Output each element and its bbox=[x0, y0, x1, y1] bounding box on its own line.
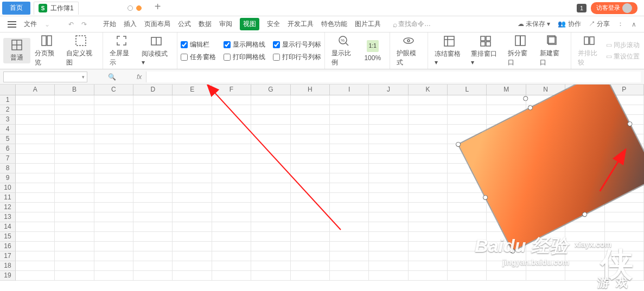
col-header[interactable]: L bbox=[448, 85, 487, 95]
cell[interactable] bbox=[212, 232, 251, 242]
cell[interactable] bbox=[133, 222, 173, 232]
menu-devtools[interactable]: 开发工具 bbox=[288, 20, 314, 29]
cell[interactable] bbox=[330, 154, 369, 164]
cell[interactable] bbox=[369, 183, 408, 193]
cell[interactable] bbox=[251, 154, 290, 164]
cell[interactable] bbox=[448, 251, 487, 261]
menu-review[interactable]: 审阅 bbox=[219, 20, 232, 29]
cell[interactable] bbox=[94, 164, 133, 173]
row-header[interactable]: 10 bbox=[0, 183, 16, 193]
cell[interactable] bbox=[133, 144, 173, 154]
cell[interactable] bbox=[16, 193, 55, 203]
cell[interactable] bbox=[330, 183, 369, 193]
row-header[interactable]: 19 bbox=[0, 271, 16, 281]
cell[interactable] bbox=[369, 222, 408, 232]
cell[interactable] bbox=[55, 271, 94, 281]
cell[interactable] bbox=[55, 173, 94, 183]
cell[interactable] bbox=[94, 193, 133, 203]
row-header[interactable]: 11 bbox=[0, 193, 16, 203]
cell[interactable] bbox=[94, 105, 133, 115]
cell[interactable] bbox=[173, 164, 212, 173]
collapse-ribbon-icon[interactable]: ∧ bbox=[632, 21, 636, 28]
cell[interactable] bbox=[369, 232, 408, 242]
cell[interactable] bbox=[409, 173, 448, 183]
cell[interactable] bbox=[173, 134, 212, 144]
cell[interactable] bbox=[212, 242, 251, 251]
cell[interactable] bbox=[94, 232, 133, 242]
cell[interactable] bbox=[251, 261, 290, 271]
menu-start[interactable]: 开始 bbox=[103, 20, 116, 29]
cell[interactable] bbox=[133, 164, 173, 173]
col-header[interactable]: K bbox=[409, 85, 448, 95]
cell[interactable] bbox=[133, 95, 173, 105]
cell[interactable] bbox=[133, 271, 173, 281]
cell[interactable] bbox=[173, 95, 212, 105]
cell[interactable] bbox=[212, 271, 251, 281]
cell[interactable] bbox=[212, 251, 251, 261]
cell[interactable] bbox=[94, 271, 133, 281]
cell[interactable] bbox=[369, 125, 408, 134]
new-tab-button[interactable]: + bbox=[155, 1, 161, 15]
cell[interactable] bbox=[16, 95, 55, 105]
chk-formula-bar[interactable]: 编辑栏 bbox=[181, 40, 216, 49]
cell[interactable] bbox=[212, 144, 251, 154]
cell[interactable] bbox=[291, 251, 330, 261]
cell[interactable] bbox=[565, 251, 604, 261]
cell[interactable] bbox=[55, 261, 94, 271]
cell[interactable] bbox=[94, 173, 133, 183]
cell[interactable] bbox=[212, 212, 251, 222]
menu-security[interactable]: 安全 bbox=[267, 20, 280, 29]
col-header[interactable]: C bbox=[94, 85, 133, 95]
col-header[interactable]: J bbox=[369, 85, 408, 95]
cell[interactable] bbox=[55, 212, 94, 222]
cell[interactable] bbox=[369, 242, 408, 251]
cell[interactable] bbox=[291, 164, 330, 173]
cell[interactable] bbox=[16, 134, 55, 144]
cell[interactable] bbox=[369, 193, 408, 203]
row-header[interactable]: 2 bbox=[0, 105, 16, 115]
cell[interactable] bbox=[369, 144, 408, 154]
cell[interactable] bbox=[605, 222, 644, 232]
cell[interactable] bbox=[16, 251, 55, 261]
cell[interactable] bbox=[55, 134, 94, 144]
eye-care[interactable]: 护眼模式 bbox=[393, 34, 424, 68]
cell[interactable] bbox=[369, 164, 408, 173]
cell[interactable] bbox=[526, 271, 565, 281]
row-header[interactable]: 14 bbox=[0, 222, 16, 232]
cell[interactable] bbox=[369, 134, 408, 144]
col-header[interactable]: I bbox=[330, 85, 369, 95]
cell[interactable] bbox=[133, 183, 173, 193]
menu-picture-tools[interactable]: 图片工具 bbox=[355, 20, 381, 29]
cell[interactable] bbox=[16, 261, 55, 271]
col-header[interactable]: A bbox=[16, 85, 55, 95]
cell[interactable] bbox=[173, 115, 212, 125]
cell[interactable] bbox=[251, 212, 290, 222]
cell[interactable] bbox=[133, 193, 173, 203]
cell[interactable] bbox=[173, 232, 212, 242]
cell[interactable] bbox=[251, 164, 290, 173]
cell[interactable] bbox=[212, 154, 251, 164]
cell[interactable] bbox=[94, 261, 133, 271]
cell[interactable] bbox=[212, 173, 251, 183]
cell[interactable] bbox=[94, 125, 133, 134]
cell[interactable] bbox=[133, 261, 173, 271]
cell[interactable] bbox=[369, 154, 408, 164]
cell[interactable] bbox=[173, 251, 212, 261]
row-header[interactable]: 4 bbox=[0, 125, 16, 134]
cell[interactable] bbox=[291, 193, 330, 203]
cell[interactable] bbox=[133, 212, 173, 222]
cell[interactable] bbox=[369, 105, 408, 115]
cell[interactable] bbox=[291, 95, 330, 105]
cell[interactable] bbox=[330, 125, 369, 134]
cell[interactable] bbox=[409, 251, 448, 261]
cell[interactable] bbox=[94, 222, 133, 232]
cell[interactable] bbox=[251, 242, 290, 251]
cell[interactable] bbox=[369, 173, 408, 183]
cell[interactable] bbox=[291, 125, 330, 134]
cell[interactable] bbox=[409, 95, 448, 105]
cell[interactable] bbox=[487, 95, 526, 105]
row-header[interactable]: 5 bbox=[0, 134, 16, 144]
name-box[interactable] bbox=[3, 72, 87, 82]
cell[interactable] bbox=[330, 203, 369, 212]
cell[interactable] bbox=[16, 271, 55, 281]
